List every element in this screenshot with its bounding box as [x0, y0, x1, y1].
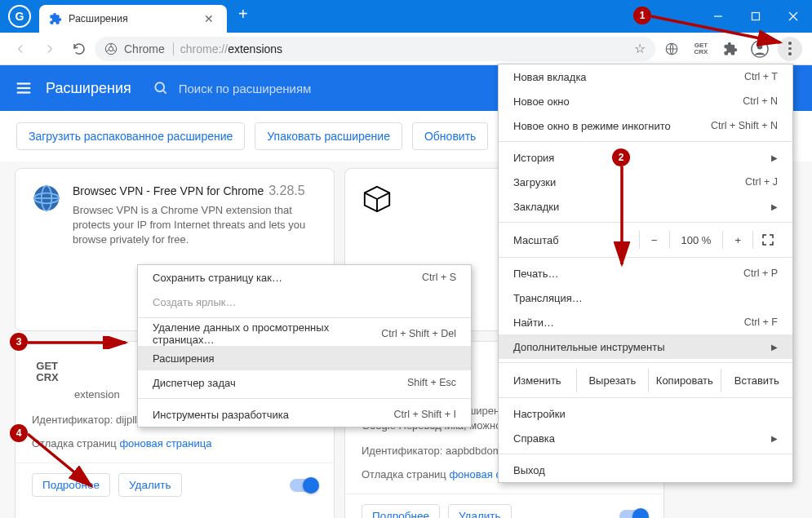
extension-icons-tray: GETCRX	[657, 37, 805, 61]
menu-cut[interactable]: Вырезать	[576, 369, 648, 392]
svg-point-5	[109, 46, 113, 51]
maximize-button[interactable]	[737, 0, 774, 33]
extension-card-description: Browsec VPN is a Chrome VPN extension th…	[73, 203, 317, 248]
extension-puzzle-icon	[49, 12, 62, 25]
menu-settings[interactable]: Настройки	[499, 401, 792, 426]
minimize-button[interactable]	[699, 0, 737, 33]
menu-zoom: Масштаб − 100 % +	[499, 226, 792, 254]
window-controls	[699, 0, 812, 33]
address-bar-row: Chrome chrome://extensions ☆ GETCRX	[0, 33, 812, 65]
star-icon[interactable]: ☆	[634, 41, 646, 56]
svg-point-8	[757, 44, 762, 49]
load-unpacked-button[interactable]: Загрузить распакованное расширение	[16, 122, 245, 150]
profile-badge[interactable]: G	[8, 5, 31, 28]
zoom-value: 100 %	[670, 234, 723, 246]
search-icon	[153, 80, 169, 96]
zoom-minus[interactable]: −	[640, 234, 669, 246]
background-page-link[interactable]: фоновая страница	[119, 437, 211, 449]
chrome-main-menu: Новая вкладкаCtrl + T Новое окноCtrl + N…	[498, 64, 793, 483]
submenu-save-as[interactable]: Сохранить страницу как…Ctrl + S	[138, 265, 471, 290]
svg-line-13	[162, 91, 166, 94]
tab-close-icon[interactable]: ✕	[201, 12, 217, 25]
fullscreen-icon[interactable]	[761, 233, 774, 246]
menu-incognito[interactable]: Новое окно в режиме инкогнитоCtrl + Shif…	[499, 113, 792, 138]
menu-history[interactable]: История▶	[499, 145, 792, 170]
nav-reload-button[interactable]	[65, 36, 93, 62]
extension-debug-label: Отладка страниц фоновая страница	[32, 437, 317, 449]
browsec-globe-icon	[32, 184, 61, 213]
extension-card-title: Browsec VPN - Free VPN for Chrome	[73, 184, 264, 197]
annotation-badge-3: 3	[10, 333, 28, 351]
annotation-badge-1: 1	[633, 7, 651, 24]
svg-point-12	[155, 82, 164, 91]
extension-toggle[interactable]	[290, 479, 317, 492]
svg-rect-1	[752, 13, 760, 20]
pack-extension-button[interactable]: Упаковать расширение	[255, 122, 402, 150]
search-placeholder: Поиск по расширениям	[179, 82, 312, 95]
menu-new-window[interactable]: Новое окноCtrl + N	[499, 89, 792, 113]
details-button[interactable]: Подробнее	[362, 504, 440, 518]
menu-bookmarks[interactable]: Закладки▶	[499, 194, 792, 219]
cube-icon	[362, 184, 393, 215]
window-titlebar: G Расширения ✕ +	[0, 0, 812, 33]
menu-help[interactable]: Справка▶	[499, 426, 792, 450]
update-button[interactable]: Обновить	[412, 122, 488, 150]
menu-edit-row: Изменить Вырезать Копировать Вставить	[499, 366, 792, 394]
more-tools-submenu: Сохранить страницу как…Ctrl + S Создать …	[137, 264, 472, 427]
nav-forward-button[interactable]	[36, 36, 64, 62]
browser-tab[interactable]: Расширения ✕	[39, 5, 227, 33]
menu-downloads[interactable]: ЗагрузкиCtrl + J	[499, 170, 792, 194]
submenu-create-shortcut[interactable]: Создать ярлык…	[138, 290, 471, 314]
menu-copy[interactable]: Копировать	[648, 369, 720, 392]
chrome-menu-button[interactable]	[778, 37, 802, 61]
menu-cast[interactable]: Трансляция…	[499, 286, 792, 310]
profile-avatar-icon[interactable]	[748, 38, 771, 60]
menu-paste[interactable]: Вставить	[721, 369, 792, 392]
nav-back-button[interactable]	[7, 36, 34, 62]
extensions-search[interactable]: Поиск по расширениям	[153, 80, 312, 96]
omnibox-scheme: Chrome	[124, 42, 174, 55]
details-button[interactable]: Подробнее	[32, 473, 110, 497]
chrome-icon	[104, 42, 118, 55]
submenu-task-manager[interactable]: Диспетчер задачShift + Esc	[138, 370, 471, 395]
submenu-clear-data[interactable]: Удаление данных о просмотренных страница…	[138, 321, 471, 346]
menu-new-tab[interactable]: Новая вкладкаCtrl + T	[499, 64, 792, 89]
annotation-badge-4: 4	[10, 424, 28, 442]
tab-title: Расширения	[69, 13, 201, 24]
extension-card-version: 3.28.5	[268, 184, 304, 197]
remove-button[interactable]: Удалить	[118, 473, 182, 497]
zoom-plus[interactable]: +	[723, 234, 752, 246]
menu-print[interactable]: Печать…Ctrl + P	[499, 261, 792, 286]
extensions-puzzle-icon[interactable]	[719, 38, 742, 60]
remove-button[interactable]: Удалить	[448, 504, 512, 518]
getcrx-card-icon: GETCRX	[32, 356, 63, 387]
menu-find[interactable]: Найти…Ctrl + F	[499, 310, 792, 334]
menu-more-tools[interactable]: Дополнительные инструменты▶	[499, 334, 792, 359]
menu-exit[interactable]: Выход	[499, 458, 792, 482]
omnibox[interactable]: Chrome chrome://extensions ☆	[95, 37, 655, 61]
menu-hamburger-icon[interactable]	[15, 79, 33, 97]
submenu-extensions[interactable]: Расширения	[138, 346, 471, 370]
extension-toggle[interactable]	[619, 510, 647, 518]
globe-icon[interactable]	[660, 38, 683, 60]
extensions-page-title: Расширения	[46, 80, 131, 97]
getcrx-icon[interactable]: GETCRX	[690, 38, 712, 60]
new-tab-button[interactable]: +	[227, 5, 260, 24]
annotation-badge-2: 2	[612, 148, 630, 166]
submenu-devtools[interactable]: Инструменты разработчикаCtrl + Shift + I	[138, 402, 471, 427]
close-window-button[interactable]	[774, 0, 812, 33]
omnibox-url: chrome://extensions	[180, 42, 282, 55]
